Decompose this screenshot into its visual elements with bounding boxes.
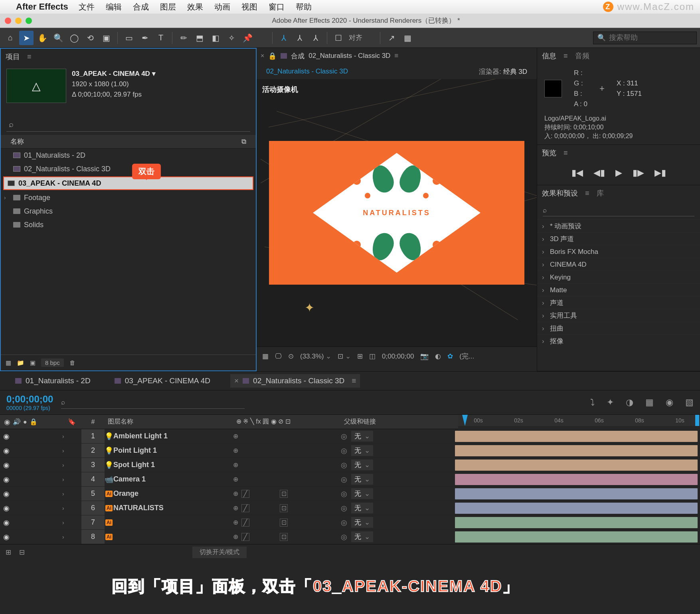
timeline-layer-row[interactable]: ◉›6AiNATURALISTS⊕╱⊡◎无 (0, 501, 700, 515)
timeline-tab[interactable]: 01_Naturalists - 2D (11, 374, 95, 388)
region-icon[interactable]: ⊞ (357, 352, 363, 360)
layer-bar[interactable] (455, 503, 698, 514)
layer-switches[interactable]: ⊕╱⊡ (233, 533, 341, 541)
comp-tab-name[interactable]: 02_Naturalists - Classic 3D (308, 52, 390, 60)
library-tab[interactable]: 库 (597, 188, 604, 198)
info-tab[interactable]: 信息 (542, 51, 556, 61)
parent-dropdown[interactable]: 无 (351, 460, 373, 470)
close-tab-icon[interactable]: × (261, 52, 264, 59)
bpc-toggle[interactable]: 8 bpc (41, 358, 64, 367)
effects-search[interactable]: ⌕ (543, 204, 694, 216)
pickwhip-icon[interactable]: ◎ (341, 461, 347, 469)
visibility-toggle[interactable]: ◉ (3, 518, 10, 527)
roto-tool[interactable]: ✧ (224, 31, 239, 45)
graph-editor-icon[interactable]: ▧ (685, 397, 694, 408)
toolbar-icon-a[interactable]: ↗ (384, 31, 399, 45)
eraser-tool[interactable]: ◧ (208, 31, 223, 45)
crop-icon[interactable]: ◫ (369, 352, 376, 360)
menu-layer[interactable]: 图层 (160, 2, 176, 12)
axis-world-icon[interactable]: ⅄ (293, 31, 307, 45)
minimize-window-icon[interactable] (15, 18, 22, 24)
panel-menu-icon[interactable]: ≡ (564, 149, 568, 157)
project-tab[interactable]: 项目 (6, 52, 20, 61)
first-frame-icon[interactable]: ▮◀ (571, 168, 583, 178)
resolution-dropdown[interactable]: ⊡ (338, 352, 351, 360)
panel-menu-icon[interactable]: ≡ (564, 52, 568, 60)
mask-icon[interactable]: ⊙ (288, 352, 294, 360)
rectangle-tool[interactable]: ▭ (122, 31, 136, 45)
layer-name[interactable]: Camera 1 (113, 475, 233, 483)
work-area-end[interactable] (695, 415, 699, 426)
timeline-tab[interactable]: 03_APEAK - CINEMA 4D (111, 374, 214, 388)
menu-window[interactable]: 窗口 (269, 2, 285, 12)
solo-column-icon[interactable]: ● (23, 418, 27, 426)
close-tab-icon[interactable]: × (234, 376, 239, 385)
twisty-icon[interactable]: › (62, 505, 64, 511)
panel-menu-icon[interactable]: ≡ (27, 53, 32, 61)
number-column[interactable]: # (81, 418, 105, 426)
effects-category[interactable]: ›抠像 (537, 335, 700, 347)
twisty-icon[interactable]: › (62, 448, 64, 454)
pickwhip-icon[interactable]: ◎ (341, 489, 347, 498)
search-help[interactable]: 🔍 (593, 32, 697, 44)
layer-bar[interactable] (455, 445, 698, 456)
parent-dropdown[interactable]: 无 (351, 474, 373, 485)
menu-view[interactable]: 视图 (241, 2, 257, 12)
layer-name[interactable]: Ambient Light 1 (113, 432, 233, 440)
magnification-icon[interactable]: ▦ (262, 352, 269, 360)
twisty-icon[interactable]: › (62, 519, 64, 526)
project-item-comp[interactable]: 01_Naturalists - 2D (1, 149, 256, 162)
project-item-folder[interactable]: Graphics (1, 204, 256, 218)
toggle-switches-button[interactable]: 切换开关/模式 (192, 547, 247, 558)
visibility-toggle[interactable]: ◉ (3, 504, 10, 513)
quality-dropdown[interactable]: (完... (459, 352, 474, 361)
effects-category[interactable]: ›3D 声道 (537, 232, 700, 245)
effects-category[interactable]: ›实用工具 (537, 309, 700, 322)
twisty-icon[interactable]: › (62, 534, 64, 540)
timeline-layer-row[interactable]: ◉›4📹Camera 1⊕◎无 (0, 472, 700, 487)
pickwhip-icon[interactable]: ◎ (341, 446, 347, 455)
parent-dropdown[interactable]: 无 (351, 503, 373, 513)
viewer-timecode[interactable]: 0;00;00;00 (382, 353, 414, 360)
selection-tool[interactable]: ➤ (19, 31, 34, 45)
flowchart-icon[interactable]: ⧉ (241, 138, 246, 146)
layer-name[interactable]: Point Light 1 (113, 446, 233, 455)
visibility-toggle[interactable]: ◉ (3, 475, 10, 484)
effects-tab[interactable]: 效果和预设 (542, 188, 578, 198)
layer-switches[interactable]: ⊕╱⊡ (233, 490, 341, 498)
pickwhip-icon[interactable]: ◎ (341, 518, 347, 527)
channel-icon[interactable]: ◐ (435, 352, 441, 360)
timeline-layer-row[interactable]: ◉›2💡Point Light 1⊕◎无 (0, 444, 700, 458)
time-ruler[interactable]: 00s 02s 04s 06s 08s 10s (458, 415, 700, 426)
orbit-tool[interactable]: ◯ (67, 31, 81, 45)
parent-dropdown[interactable]: 无 (351, 445, 373, 456)
visibility-toggle[interactable]: ◉ (3, 432, 10, 441)
new-comp-icon[interactable]: ▣ (30, 359, 36, 366)
hide-shy-icon[interactable]: ◑ (626, 397, 633, 408)
camera-tool[interactable]: ▣ (99, 31, 113, 45)
search-help-input[interactable] (609, 34, 692, 42)
composition-viewer[interactable]: 活动摄像机 (257, 79, 537, 347)
menu-file[interactable]: 文件 (79, 2, 95, 12)
layer-bar[interactable] (455, 474, 698, 485)
twisty-icon[interactable]: › (62, 462, 64, 468)
layer-switches[interactable]: ⊕╱⊡ (233, 519, 341, 527)
layername-column[interactable]: 图层名称 (105, 418, 236, 426)
home-button[interactable]: ⌂ (3, 31, 18, 45)
zoom-tool[interactable]: 🔍 (51, 31, 65, 45)
effects-category[interactable]: ›扭曲 (537, 322, 700, 335)
label-column-icon[interactable]: 🔖 (68, 418, 76, 425)
layer-switches[interactable]: ⊕ (233, 432, 341, 440)
display-icon[interactable]: 🖵 (275, 353, 282, 360)
parent-dropdown[interactable]: 无 (351, 488, 373, 499)
timeline-search[interactable]: ⌕ (61, 396, 245, 409)
visibility-toggle[interactable]: ◉ (3, 461, 10, 469)
puppet-tool[interactable]: 📌 (240, 31, 255, 45)
timeline-layer-row[interactable]: ◉›7Ai⊕╱⊡◎无 (0, 515, 700, 530)
audio-column-icon[interactable]: 🔊 (13, 418, 21, 426)
prev-frame-icon[interactable]: ◀▮ (593, 168, 605, 178)
timeline-layer-row[interactable]: ◉›5AiOrange⊕╱⊡◎无 (0, 487, 700, 501)
timeline-layer-row[interactable]: ◉›1💡Ambient Light 1⊕◎无 (0, 429, 700, 444)
visibility-toggle[interactable]: ◉ (3, 489, 10, 498)
toolbar-icon-b[interactable]: ▦ (400, 31, 415, 45)
